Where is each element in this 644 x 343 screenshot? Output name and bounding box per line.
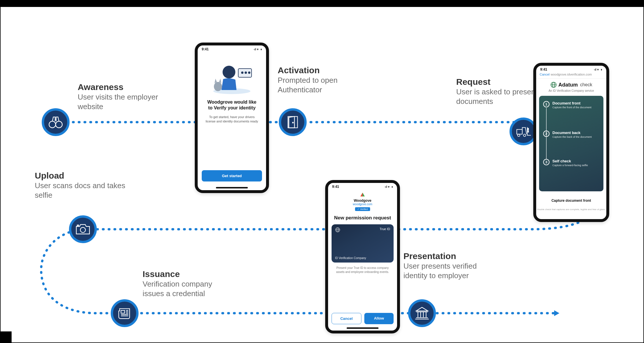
phone3-logo-icon: [359, 192, 366, 198]
globe-icon: [550, 82, 557, 88]
step-upload-desc: User scans docs and takes selfie: [35, 181, 128, 200]
phone-mock-permission: 9:41 ◦ıl ᯤ ▮ Woodgove woodgove.com ✓ Ver…: [325, 180, 400, 333]
step-upload: Upload User scans docs and takes selfie: [35, 171, 128, 200]
phone2-step1-number: 1: [543, 101, 550, 107]
phone2-step2-title: Document back: [552, 131, 592, 135]
phone2-step1-desc: Capture the front of the document: [552, 106, 592, 109]
svg-point-0: [49, 121, 56, 128]
binoculars-icon: [42, 108, 70, 136]
step-presentation-desc: User presents verified identity to emplo…: [403, 261, 485, 280]
phone3-cancel-button[interactable]: Cancel: [332, 313, 361, 324]
phone2-time: 9:41: [540, 67, 547, 71]
svg-point-1: [56, 121, 62, 128]
phone1-indicators: ◦ıl ᯤ ▮: [253, 48, 262, 51]
phone2-brand-name: Adatum: [559, 82, 578, 88]
camera-icon: [69, 215, 97, 243]
diagram-frame: Awareness User visits the employer websi…: [0, 0, 644, 343]
bank-icon: [408, 299, 436, 327]
phone3-brand-row: Woodgove woodgove.com ✓ Verified: [328, 192, 397, 211]
svg-point-25: [223, 66, 235, 78]
phone3-card-globe-icon: [335, 227, 340, 234]
svg-point-29: [248, 71, 250, 74]
phone1-get-started-button[interactable]: Get started: [202, 170, 262, 181]
phone2-tagline: An ID Verification Company service: [536, 89, 606, 92]
phone2-step2-number: 2: [543, 131, 550, 137]
phone3-home-indicator: [347, 327, 379, 329]
phone3-brand-name: Woodgove: [328, 199, 397, 203]
phone2-step1-title: Document front: [552, 101, 592, 105]
phone1-statusbar: 9:41 ◦ıl ᯤ ▮: [198, 45, 266, 52]
step-issuance-title: Issuance: [143, 269, 235, 279]
svg-rect-4: [517, 129, 522, 134]
step-awareness: Awareness User visits the employer websi…: [78, 82, 170, 111]
phone2-cancel-link[interactable]: Cancel: [540, 73, 550, 76]
phone3-statusbar: 9:41 ◦ıl ᯤ ▮: [328, 183, 397, 189]
phone-mock-adatum: 9:41 ◦ıl ᯤ ▮ Cancel woodgrove.idverifica…: [533, 63, 609, 222]
phone2-brand: Adatum check: [536, 82, 606, 88]
svg-rect-8: [528, 131, 529, 132]
svg-point-28: [245, 71, 247, 74]
phone2-step-3: 3 Self check Capture a forward-facing se…: [543, 159, 599, 167]
phone1-home-indicator: [216, 187, 248, 188]
svg-point-9: [80, 228, 85, 233]
svg-point-5: [518, 134, 520, 136]
phone2-urlbar: Cancel woodgrove.idverification.com: [536, 72, 606, 79]
bottom-left-black-square: [1, 331, 12, 342]
top-black-bar: [1, 1, 643, 7]
svg-rect-10: [77, 225, 79, 226]
phone2-step-1: 1 Document front Capture the front of th…: [543, 101, 599, 109]
phone3-button-row: Cancel Allow: [332, 313, 394, 324]
svg-point-27: [241, 71, 243, 74]
phone2-url: woodgrove.idverification.com: [551, 73, 592, 76]
step-activation-title: Activation: [278, 65, 370, 75]
door-icon: [279, 108, 307, 136]
step-activation-desc: Prompted to open Authenticator: [278, 76, 370, 94]
phone-mock-verify: 9:41 ◦ıl ᯤ ▮ Woodgrove would like to Ver…: [195, 43, 269, 193]
phone3-credential-card: True ID ID Verification Company: [332, 224, 394, 263]
step-upload-title: Upload: [35, 171, 128, 180]
flow-arrowhead: [554, 310, 559, 316]
phone1-subtext: To get started, have your drivers licens…: [198, 111, 266, 124]
phone2-step-2: 2 Document back Capture the back of the …: [543, 131, 599, 138]
phone2-step3-desc: Capture a forward-facing selfie: [552, 164, 588, 167]
phone3-blurb: Present your True ID to access company a…: [328, 263, 397, 274]
phone3-brand-url: woodgove.com: [328, 203, 397, 206]
phone2-brand-suffix: check: [580, 82, 592, 87]
phone1-heading: Woodgrove would like to Verify your iden…: [198, 99, 266, 111]
step-presentation-title: Presentation: [403, 251, 485, 261]
step-issuance: Issuance Verification company issues a c…: [143, 269, 235, 298]
phone2-step3-title: Self check: [552, 159, 588, 163]
phone2-capture-button[interactable]: Capture document front: [540, 195, 602, 206]
step-issuance-desc: Verification company issues a credential: [143, 279, 235, 298]
phone3-heading: New permission request: [328, 215, 397, 221]
phone3-card-title: True ID: [380, 227, 390, 231]
phone2-indicators: ◦ıl ᯤ ▮: [594, 68, 602, 71]
phone2-statusbar: 9:41 ◦ıl ᯤ ▮: [536, 66, 606, 72]
phone2-footnote: Double check that captures are complete,…: [536, 208, 606, 211]
phone3-card-issuer: ID Verification Company: [335, 256, 366, 260]
svg-point-3: [292, 122, 293, 123]
svg-point-6: [523, 134, 526, 136]
step-awareness-desc: User visits the employer website: [78, 92, 170, 111]
phone2-steps-panel: 1 Document front Capture the front of th…: [539, 96, 603, 191]
svg-rect-11: [121, 311, 125, 313]
svg-point-30: [214, 82, 222, 91]
step-presentation: Presentation User presents verified iden…: [403, 251, 485, 280]
phone1-illustration: [209, 60, 255, 95]
phone2-step3-number: 3: [543, 159, 550, 165]
phone3-allow-button[interactable]: Allow: [364, 313, 394, 324]
phone3-indicators: ◦ıl ᯤ ▮: [384, 185, 393, 188]
phone2-step2-desc: Capture the back of the document: [552, 135, 592, 138]
svg-rect-7: [528, 128, 529, 130]
step-awareness-title: Awareness: [78, 82, 170, 92]
phone3-time: 9:41: [332, 185, 339, 189]
newspaper-icon: [111, 299, 139, 327]
step-activation: Activation Prompted to open Authenticato…: [278, 65, 370, 94]
phone1-time: 9:41: [202, 47, 209, 51]
phone3-verified-chip: ✓ Verified: [355, 207, 370, 211]
